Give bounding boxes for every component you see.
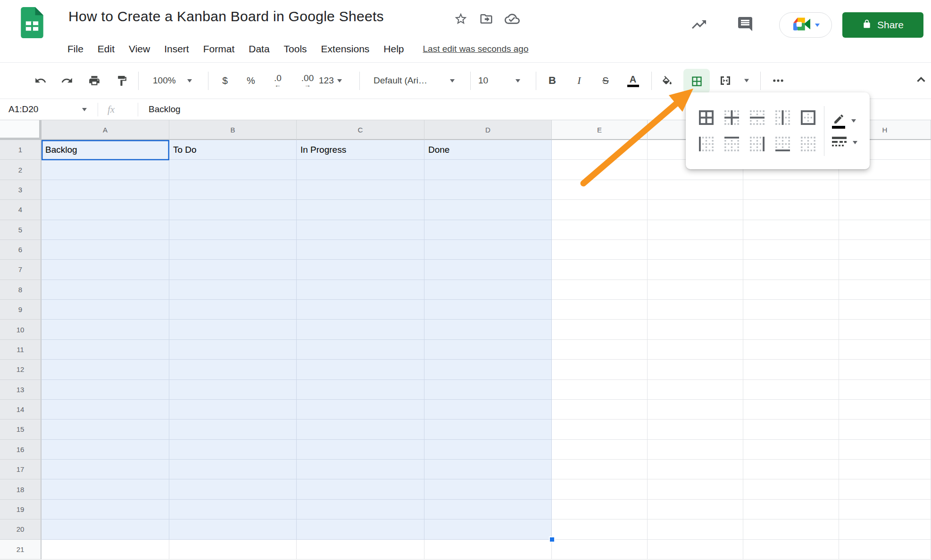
zoom-control[interactable]: 100% [153, 75, 192, 86]
row-header-10[interactable]: 10 [0, 320, 42, 339]
cell-C1[interactable]: In Progress [297, 140, 424, 160]
row-header-21[interactable]: 21 [0, 540, 42, 560]
bold-button[interactable]: B [546, 74, 558, 87]
column-header-E[interactable]: E [552, 120, 648, 140]
decrease-decimal-button[interactable]: .0 ← [270, 74, 286, 88]
cell-H16[interactable] [839, 440, 931, 460]
percent-button[interactable]: % [244, 75, 258, 86]
cell-A9[interactable] [42, 300, 169, 320]
cell-D8[interactable] [424, 280, 552, 300]
border-left-button[interactable] [693, 131, 719, 157]
cell-H3[interactable] [839, 180, 931, 200]
cell-H7[interactable] [839, 260, 931, 280]
cell-H15[interactable] [839, 420, 931, 439]
cell-F10[interactable] [648, 320, 743, 339]
cell-F11[interactable] [648, 340, 743, 360]
redo-button[interactable] [58, 71, 76, 90]
cell-G6[interactable] [743, 240, 839, 260]
cell-D1[interactable]: Done [424, 140, 552, 160]
fill-handle[interactable] [549, 536, 555, 543]
cell-C3[interactable] [297, 180, 424, 200]
row-header-6[interactable]: 6 [0, 240, 42, 260]
cell-F18[interactable] [648, 479, 743, 499]
cell-H14[interactable] [839, 400, 931, 420]
cell-F8[interactable] [648, 280, 743, 300]
cell-C21[interactable] [297, 540, 424, 560]
cell-A5[interactable] [42, 220, 169, 240]
font-size-control[interactable]: 10 [478, 75, 520, 86]
row-header-2[interactable]: 2 [0, 160, 42, 180]
cell-B18[interactable] [169, 479, 297, 499]
cell-A19[interactable] [42, 500, 169, 519]
cell-D6[interactable] [424, 240, 552, 260]
cell-C6[interactable] [297, 240, 424, 260]
row-header-16[interactable]: 16 [0, 440, 42, 460]
cell-G20[interactable] [743, 519, 839, 539]
row-header-20[interactable]: 20 [0, 519, 42, 539]
column-header-C[interactable]: C [297, 120, 424, 140]
cell-A1[interactable]: Backlog [42, 140, 169, 160]
cell-B15[interactable] [169, 420, 297, 439]
cell-B13[interactable] [169, 380, 297, 400]
cell-A17[interactable] [42, 460, 169, 479]
cell-C10[interactable] [297, 320, 424, 339]
cell-G4[interactable] [743, 200, 839, 220]
cell-A11[interactable] [42, 340, 169, 360]
cell-F20[interactable] [648, 519, 743, 539]
cell-B1[interactable]: To Do [169, 140, 297, 160]
select-all-corner[interactable] [0, 120, 42, 140]
menu-edit[interactable]: Edit [98, 43, 115, 55]
border-horizontal-button[interactable] [744, 105, 770, 131]
cell-H9[interactable] [839, 300, 931, 320]
cell-E12[interactable] [552, 360, 648, 379]
cell-A10[interactable] [42, 320, 169, 339]
menu-tools[interactable]: Tools [284, 43, 307, 55]
cell-E4[interactable] [552, 200, 648, 220]
cell-F5[interactable] [648, 220, 743, 240]
cell-F14[interactable] [648, 400, 743, 420]
cell-H20[interactable] [839, 519, 931, 539]
column-header-D[interactable]: D [424, 120, 552, 140]
cell-H11[interactable] [839, 340, 931, 360]
cell-F3[interactable] [648, 180, 743, 200]
cell-F13[interactable] [648, 380, 743, 400]
column-header-A[interactable]: A [42, 120, 169, 140]
cell-A6[interactable] [42, 240, 169, 260]
cell-H4[interactable] [839, 200, 931, 220]
merge-caret[interactable] [744, 79, 749, 82]
cell-D19[interactable] [424, 500, 552, 519]
cell-G8[interactable] [743, 280, 839, 300]
border-outer-button[interactable] [795, 105, 821, 131]
cell-A21[interactable] [42, 540, 169, 560]
border-clear-button[interactable] [795, 131, 821, 157]
number-format-button[interactable]: 123 [319, 75, 342, 86]
cell-B7[interactable] [169, 260, 297, 280]
row-header-3[interactable]: 3 [0, 180, 42, 200]
cell-F6[interactable] [648, 240, 743, 260]
cell-C12[interactable] [297, 360, 424, 379]
cell-E9[interactable] [552, 300, 648, 320]
cell-B10[interactable] [169, 320, 297, 339]
document-title[interactable]: How to Create a Kanban Board in Google S… [68, 8, 384, 25]
cell-F16[interactable] [648, 440, 743, 460]
cell-G18[interactable] [743, 479, 839, 499]
cell-B5[interactable] [169, 220, 297, 240]
cell-F19[interactable] [648, 500, 743, 519]
cell-E5[interactable] [552, 220, 648, 240]
cell-B3[interactable] [169, 180, 297, 200]
merge-cells-button[interactable] [716, 71, 735, 90]
cell-C19[interactable] [297, 500, 424, 519]
cell-H8[interactable] [839, 280, 931, 300]
cell-C18[interactable] [297, 479, 424, 499]
menu-view[interactable]: View [129, 43, 150, 55]
cell-F4[interactable] [648, 200, 743, 220]
row-header-9[interactable]: 9 [0, 300, 42, 320]
comment-history-icon[interactable] [737, 16, 754, 34]
cell-A13[interactable] [42, 380, 169, 400]
menu-data[interactable]: Data [249, 43, 269, 55]
undo-button[interactable] [31, 71, 50, 90]
row-header-18[interactable]: 18 [0, 479, 42, 499]
cell-B19[interactable] [169, 500, 297, 519]
cell-D21[interactable] [424, 540, 552, 560]
cell-E13[interactable] [552, 380, 648, 400]
